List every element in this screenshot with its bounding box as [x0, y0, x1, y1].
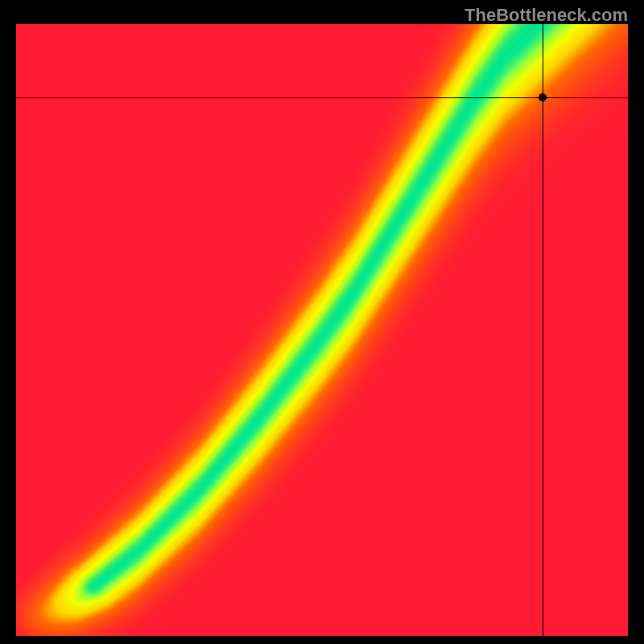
- crosshair-vertical: [543, 24, 543, 636]
- chart-container: TheBottleneck.com: [0, 0, 644, 644]
- heatmap-canvas: [16, 24, 628, 636]
- watermark-text: TheBottleneck.com: [464, 5, 628, 26]
- heatmap-plot: [16, 24, 628, 636]
- crosshair-horizontal: [16, 97, 628, 98]
- selection-marker: [539, 93, 547, 101]
